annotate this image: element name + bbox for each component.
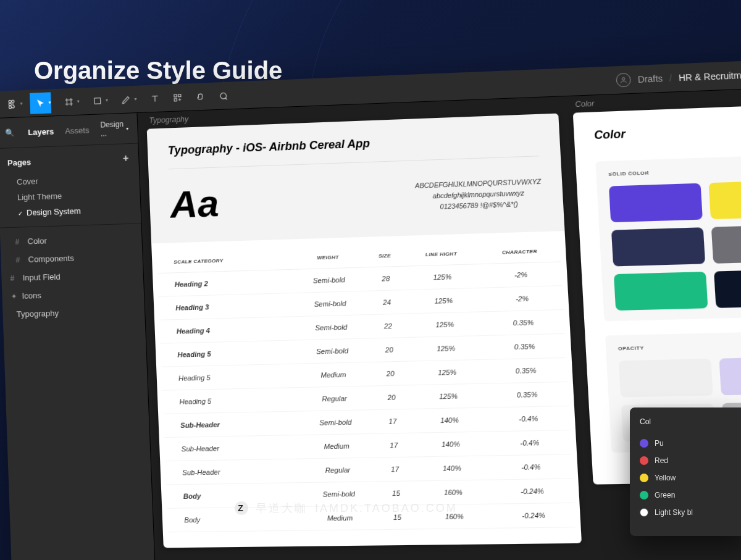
design-dropdown[interactable]: Design ... ▾ xyxy=(100,120,129,138)
text-tool-button[interactable] xyxy=(144,87,166,109)
left-sidebar: 🔍 Layers Assets Design ... ▾ Pages + Cov… xyxy=(0,113,162,560)
breadcrumb-file[interactable]: HR & Recruitment App - Inte... xyxy=(678,67,741,83)
svg-point-2 xyxy=(9,106,11,108)
color-swatch[interactable] xyxy=(714,269,741,307)
legend-color-dot xyxy=(640,508,648,517)
legend-label: Red xyxy=(655,456,668,465)
svg-point-3 xyxy=(12,100,14,102)
legend-row: Green xyxy=(640,487,737,504)
legend-label: Light Sky bl xyxy=(655,508,693,517)
color-legend-panel: Col PuRedYellowGreenLight Sky bl xyxy=(630,407,741,536)
legend-row: Red xyxy=(640,452,737,469)
table-header: CHARACTER xyxy=(478,238,561,264)
legend-label: Pu xyxy=(655,439,664,448)
resources-button[interactable] xyxy=(167,86,189,109)
chevron-down-icon: ▾ xyxy=(77,99,80,104)
comment-tool-button[interactable] xyxy=(212,85,234,107)
frame-icon: # xyxy=(10,274,18,283)
breadcrumb-separator: / xyxy=(669,73,672,83)
table-header: SCALE CATEGORY xyxy=(157,246,291,274)
layer-item[interactable]: Typography xyxy=(2,302,145,324)
legend-title: Col xyxy=(640,417,737,426)
svg-rect-7 xyxy=(174,98,177,101)
color-swatch[interactable] xyxy=(619,359,713,398)
legend-row: Light Sky bl xyxy=(640,504,737,521)
hand-tool-button[interactable] xyxy=(189,85,211,107)
chevron-down-icon: ▾ xyxy=(134,96,136,102)
search-icon[interactable]: 🔍 xyxy=(5,128,14,138)
legend-row: Pu xyxy=(640,435,737,452)
svg-point-1 xyxy=(9,102,11,105)
legend-color-dot xyxy=(640,456,648,465)
user-avatar-icon[interactable] xyxy=(616,72,632,87)
tab-assets[interactable]: Assets xyxy=(65,125,90,136)
legend-label: Yellow xyxy=(655,474,676,482)
legend-color-dot xyxy=(640,491,648,499)
frame-icon: # xyxy=(15,255,23,264)
table-header: WEIGHT xyxy=(290,243,366,269)
layers-list: #Color #Components #Input Field ✦Icons T… xyxy=(0,224,145,328)
color-swatch[interactable] xyxy=(719,356,741,395)
chevron-down-icon: ▾ xyxy=(20,101,22,106)
legend-label: Green xyxy=(655,491,675,499)
chevron-down-icon: ▾ xyxy=(48,99,51,105)
color-swatch[interactable] xyxy=(614,272,708,311)
check-icon: ✓ xyxy=(18,210,23,217)
legend-row: Yellow xyxy=(640,469,737,487)
chevron-down-icon: ▾ xyxy=(106,98,108,103)
promo-heading: Organize Style Guide xyxy=(34,57,282,85)
color-swatch[interactable] xyxy=(611,227,705,266)
watermark: Z 早道大咖 IAMDK.TAOBAO.COM xyxy=(235,501,458,516)
color-swatch[interactable] xyxy=(708,180,741,219)
svg-rect-4 xyxy=(94,98,101,104)
tab-layers[interactable]: Layers xyxy=(28,127,54,137)
typography-sample-large: Aa xyxy=(169,182,219,227)
legend-color-dot xyxy=(640,474,648,482)
typography-frame[interactable]: Typography - iOS- Airbnb Cereal App Aa A… xyxy=(147,114,582,548)
table-header: SIZE xyxy=(365,242,404,267)
breadcrumb-folder[interactable]: Drafts xyxy=(637,73,663,84)
typography-scale-table: SCALE CATEGORYWEIGHTSIZELINE HIGHTCHARAC… xyxy=(157,238,576,533)
svg-rect-5 xyxy=(174,94,177,96)
svg-rect-6 xyxy=(178,94,181,96)
typography-glyph-sample: ABCDEFGHIJKLMNOPQURSTUVWXYZ abcdefghijkl… xyxy=(415,177,543,213)
opacity-label: OPACITY xyxy=(618,339,741,352)
svg-point-8 xyxy=(622,77,626,80)
color-title: Color xyxy=(594,117,741,143)
table-header: LINE HIGHT xyxy=(403,240,479,266)
svg-point-0 xyxy=(9,100,11,102)
add-page-button[interactable]: + xyxy=(123,153,129,164)
pages-section-label: Pages xyxy=(7,157,31,167)
legend-color-dot xyxy=(640,439,648,448)
page-item[interactable]: ✓Design System xyxy=(9,201,131,221)
component-icon: ✦ xyxy=(10,291,17,300)
frame-icon: # xyxy=(15,237,23,246)
color-swatch[interactable] xyxy=(711,224,741,264)
solid-color-label: SOLID COLOR xyxy=(608,161,741,177)
color-swatch[interactable] xyxy=(609,183,703,222)
